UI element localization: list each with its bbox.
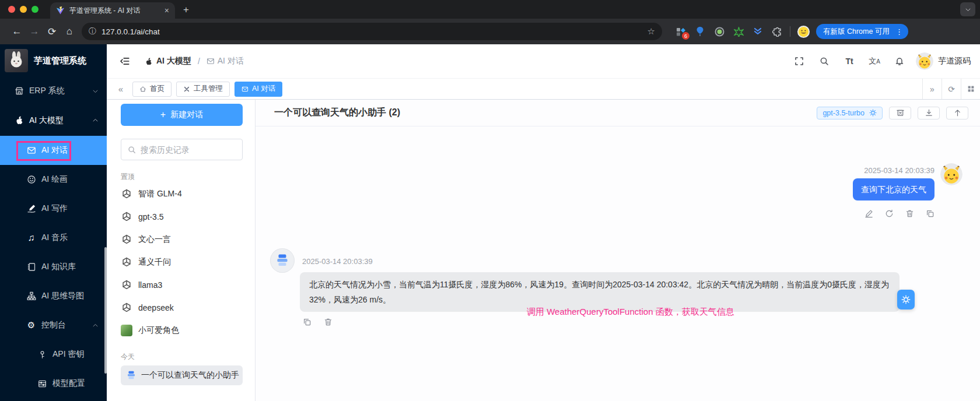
delete-icon[interactable] — [905, 209, 914, 218]
sidebar-item-model-config[interactable]: 模型配置 — [0, 369, 107, 398]
tab-title: 芋道管理系统 - AI 对话 — [69, 6, 160, 16]
tab-close-icon[interactable]: × — [164, 6, 169, 15]
sidebar-item-ai-chat[interactable]: AI 对话 — [0, 136, 107, 165]
sidebar-item-ai-draw[interactable]: AI 绘画 — [0, 165, 107, 194]
url-text[interactable]: 127.0.0.1/ai/chat — [102, 27, 642, 36]
regenerate-icon[interactable] — [884, 209, 894, 218]
conversation-item-active[interactable]: 一个可以查询天气的小助手 — [121, 365, 243, 385]
extensions-puzzle-icon[interactable] — [771, 26, 783, 37]
tab-home[interactable]: 首页 — [132, 82, 172, 97]
bookmark-star-icon[interactable]: ☆ — [648, 26, 655, 37]
conversation-name: 通义千问 — [138, 257, 171, 268]
openai-logo-icon — [121, 256, 132, 268]
home-icon — [139, 86, 146, 93]
store-icon — [14, 86, 24, 96]
download-button[interactable] — [918, 107, 940, 119]
vite-favicon-icon — [56, 6, 65, 15]
menu-fold-icon[interactable] — [118, 55, 131, 68]
conversation-item[interactable]: llama3 — [121, 273, 243, 296]
delete-icon[interactable] — [323, 317, 332, 326]
back-button[interactable]: ← — [8, 23, 26, 40]
tags-layout-grid-icon[interactable] — [961, 79, 980, 99]
clear-conversation-button[interactable] — [889, 107, 911, 119]
tags-view-bar: « 首页 工具管理 AI 对话 — [107, 78, 980, 100]
sitemap-icon — [26, 291, 36, 301]
conversation-name: 小可爱角色 — [138, 325, 179, 336]
tags-refresh-icon[interactable]: ⟳ — [942, 79, 961, 99]
app-sidebar: 芋道管理系统 ERP 系统 AI 大模型 AI 对话 — [0, 44, 107, 401]
model-selector[interactable]: gpt-3.5-turbo — [817, 107, 883, 119]
extension-chevrons-icon[interactable] — [752, 26, 764, 37]
pen-book-icon — [26, 204, 36, 214]
conversation-item[interactable]: 文心一言 — [121, 228, 243, 251]
chat-settings-floating-button[interactable] — [897, 290, 915, 309]
tags-scroll-right-icon[interactable]: » — [922, 79, 942, 99]
breadcrumb-parent[interactable]: AI 大模型 — [144, 56, 191, 66]
conversation-item[interactable]: deepseek — [121, 296, 243, 319]
username[interactable]: 芋道源码 — [938, 56, 971, 66]
scroll-top-button[interactable] — [946, 107, 968, 119]
gear-icon[interactable] — [869, 109, 877, 117]
sidebar-item-label: AI 思维导图 — [41, 291, 84, 301]
chrome-update-button[interactable]: 有新版 Chrome 可用 ⋮ — [816, 24, 908, 39]
browser-tab[interactable]: 芋道管理系统 - AI 对话 × — [50, 2, 175, 19]
translate-icon[interactable]: 文A — [867, 54, 881, 68]
bell-icon[interactable] — [892, 54, 907, 68]
tags-scroll-left-icon[interactable]: « — [114, 84, 128, 94]
app-logo-rabbit-image — [5, 49, 28, 72]
sidebar-item-console[interactable]: ⚙ 控制台 — [0, 311, 107, 340]
home-button[interactable]: ⌂ — [61, 23, 78, 40]
copy-icon[interactable] — [302, 317, 312, 326]
openai-logo-icon — [121, 234, 132, 245]
site-info-icon[interactable]: ⓘ — [89, 26, 96, 37]
apple-icon — [144, 57, 153, 66]
sidebar-item-ai-models[interactable]: AI 大模型 — [0, 105, 107, 136]
mail-icon — [206, 57, 215, 65]
conversation-item[interactable]: 小可爱角色 — [121, 319, 243, 342]
sidebar-item-ai-mindmap[interactable]: AI 思维导图 — [0, 282, 107, 311]
conversation-item[interactable]: 通义千问 — [121, 251, 243, 273]
breadcrumb: AI 大模型 / AI 对话 — [144, 56, 244, 66]
message-area: 2025-03-14 20:03:39 查询下北京的天气 — [256, 126, 980, 401]
tab-ai-chat[interactable]: AI 对话 — [235, 82, 282, 97]
forward-button[interactable]: → — [26, 23, 43, 40]
new-tab-button[interactable]: + — [183, 4, 189, 16]
profile-avatar[interactable] — [796, 24, 810, 38]
conversation-item[interactable]: 智谱 GLM-4 — [121, 182, 243, 205]
sidebar-item-label: 模型配置 — [52, 378, 85, 389]
sidebar-item-ai-knowledge[interactable]: AI 知识库 — [0, 252, 107, 282]
chevron-up-icon — [92, 117, 99, 124]
new-conversation-button[interactable]: + 新建对话 — [121, 104, 243, 126]
tab-tool-management[interactable]: 工具管理 — [176, 82, 230, 97]
sidebar-item-ai-music[interactable]: ♫ AI 音乐 — [0, 223, 107, 252]
chevron-up-icon — [92, 322, 99, 329]
sidebar-item-erp[interactable]: ERP 系统 — [0, 77, 107, 105]
history-search-box[interactable] — [121, 139, 243, 160]
extension-record-icon[interactable] — [713, 26, 725, 37]
extension-wallet-icon[interactable]: 6 — [675, 26, 687, 37]
extension-balloon-icon[interactable] — [694, 26, 706, 37]
fullscreen-icon[interactable] — [792, 54, 806, 68]
sidebar-item-label: 控制台 — [41, 320, 66, 330]
maximize-window-button[interactable] — [32, 6, 38, 13]
sidebar-item-ai-writing[interactable]: AI 写作 — [0, 194, 107, 223]
edit-icon[interactable] — [864, 209, 873, 218]
tab-search-chevron-button[interactable] — [960, 2, 975, 16]
conversation-name: llama3 — [138, 280, 162, 290]
history-search-input[interactable] — [141, 145, 236, 154]
font-size-icon[interactable]: Tt — [842, 54, 856, 68]
chrome-menu-dots-icon[interactable]: ⋮ — [894, 27, 905, 36]
minimize-window-button[interactable] — [20, 6, 27, 13]
sidebar-scrollbar[interactable] — [104, 247, 107, 374]
close-window-button[interactable] — [8, 6, 15, 13]
copy-icon[interactable] — [925, 209, 935, 218]
user-avatar[interactable] — [916, 52, 933, 70]
conversation-item[interactable]: gpt-3.5 — [121, 205, 243, 228]
sidebar-item-api-keys[interactable]: API 密钥 — [0, 340, 107, 369]
extension-star-icon[interactable] — [733, 26, 744, 37]
model-name: gpt-3.5-turbo — [822, 109, 864, 117]
conversation-name: 文心一言 — [138, 234, 171, 245]
search-icon[interactable] — [817, 54, 831, 68]
address-bar[interactable]: ⓘ 127.0.0.1/ai/chat ☆ — [82, 23, 662, 40]
reload-button[interactable]: ⟳ — [43, 23, 61, 40]
